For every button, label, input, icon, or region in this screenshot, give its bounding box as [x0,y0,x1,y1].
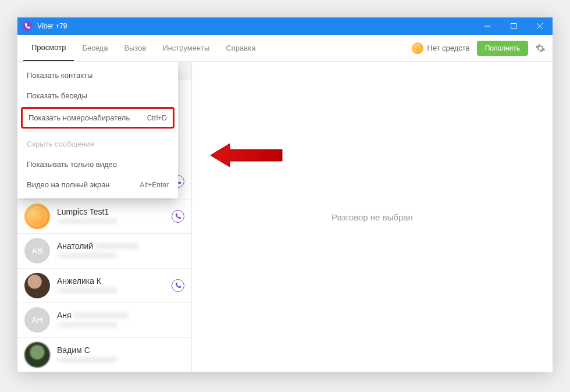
window-controls [474,17,553,35]
menu-view-label: Просмотр [31,43,66,52]
contact-name: Lumpics Test1 [57,207,165,216]
viber-out-icon [412,42,423,54]
dd-show-dialer[interactable]: Показать номеронабиратель Ctrl+D [21,107,174,129]
contact-name: Анжелика К [57,276,165,286]
avatar [24,204,50,229]
maximize-button[interactable] [500,17,526,35]
contact-info: Вадим С +XXXXXXXXXXXX [57,345,184,364]
app-window: Viber +79 Просмотр Беседа Вызов Инструме… [17,17,553,372]
dd-fullscreen-video[interactable]: Видео на полный экран Alt+Enter [17,174,178,195]
titlebar: Viber +79 [17,17,553,35]
avatar-initials: АВ [32,246,43,255]
dd-label: Показывать только видео [27,160,117,169]
avatar: АВ [24,238,50,263]
dd-label: Показать номеронабиратель [28,113,130,122]
conversation-pane: Разговор не выбран [192,62,553,372]
contact-info: Анатолий XXXXXXXX +XXXXXXXXXXXX [57,241,184,260]
contact-row[interactable]: Вадим С +XXXXXXXXXXXX [17,338,191,372]
menu-chat[interactable]: Беседа [74,35,116,61]
avatar [24,342,50,368]
menu-help-label: Справка [226,44,255,52]
dd-shortcut: Ctrl+D [147,114,167,122]
contact-info: Аня XXXXXXXXXX +XXXXXXXXXXXX [57,311,184,329]
dd-shortcut: Alt+Enter [140,181,169,189]
contact-name: Вадим С [57,345,184,355]
topup-label: Пополнить [485,44,520,52]
contact-phone: +XXXXXXXXXXXX [57,252,184,260]
svg-rect-1 [511,24,516,29]
viber-badge-icon [172,210,184,223]
empty-state-text: Разговор не выбран [332,212,413,222]
contact-phone: +XXXXXXXXXXXX [57,218,165,226]
viber-badge-icon [172,279,184,292]
close-button[interactable] [526,17,553,35]
avatar [24,273,50,298]
dd-separator [17,131,178,131]
menu-call[interactable]: Вызов [116,35,154,61]
viber-logo-icon [22,21,33,31]
contact-phone: +XXXXXXXXXXXX [57,356,184,364]
contact-info: Анжелика К +XXXXXXXXXXXX [57,276,165,295]
dd-hide-messages: Скрыть сообщения [17,134,178,154]
contact-name: Анатолий XXXXXXXX [57,241,184,251]
dd-label: Видео на полный экран [27,180,110,189]
dd-label: Показать беседы [27,91,87,100]
minimize-button[interactable] [474,17,500,35]
contact-info: Lumpics Test1 +XXXXXXXXXXXX [57,207,165,226]
contact-name: Аня XXXXXXXXXX [57,311,184,320]
contact-row[interactable]: АН Аня XXXXXXXXXX +XXXXXXXXXXXX [17,303,191,337]
contact-row[interactable]: Lumpics Test1 +XXXXXXXXXXXX [17,199,191,234]
dd-video-only[interactable]: Показывать только видео [17,154,178,174]
contact-row[interactable]: АВ Анатолий XXXXXXXX +XXXXXXXXXXXX [17,234,191,268]
menu-bar: Просмотр Беседа Вызов Инструменты Справк… [17,35,553,62]
avatar-initials: АН [31,315,42,325]
avatar: АН [24,307,50,333]
view-menu-dropdown: Показать контакты Показать беседы Показа… [17,62,178,198]
balance-label: Нет средств [427,44,469,52]
dd-label: Показать контакты [27,71,92,80]
app-body: Показать контакты Показать беседы Показа… [17,62,553,372]
contact-phone: +XXXXXXXXXXXX [57,321,184,329]
dd-show-chats[interactable]: Показать беседы [17,85,178,106]
balance-indicator[interactable]: Нет средств [412,42,469,54]
window-title: Viber +79 [37,22,474,30]
menu-tools-label: Инструменты [162,44,209,52]
dd-show-contacts[interactable]: Показать контакты [17,65,178,85]
topup-button[interactable]: Пополнить [477,41,528,56]
gear-icon [535,43,546,54]
menu-help[interactable]: Справка [218,35,263,61]
menu-view[interactable]: Просмотр [23,35,74,61]
dd-label: Скрыть сообщения [27,140,94,148]
settings-button[interactable] [534,42,547,55]
contact-phone: +XXXXXXXXXXXX [57,287,165,295]
menu-call-label: Вызов [124,44,146,52]
menu-chat-label: Беседа [82,44,108,52]
menu-tools[interactable]: Инструменты [154,35,218,61]
contact-row[interactable]: Анжелика К +XXXXXXXXXXXX [17,269,191,303]
